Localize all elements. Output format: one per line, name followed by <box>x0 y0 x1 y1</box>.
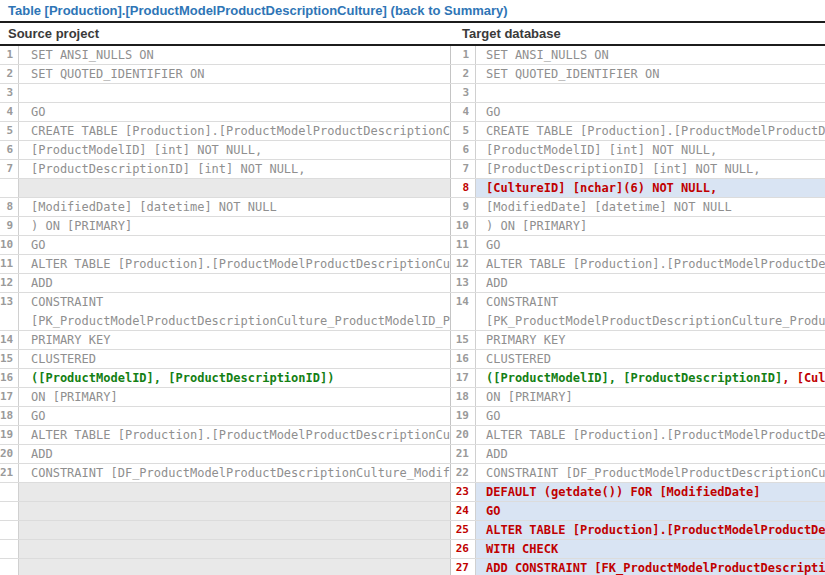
code-line: CONSTRAINT[PK_ProductModelProductDescrip… <box>476 293 825 330</box>
code-line: ALTER TABLE [Production].[ProductModelPr… <box>476 426 825 444</box>
diff-row: 10GO11GO <box>0 236 825 255</box>
line-number: 1 <box>0 46 19 64</box>
code-line: [ModifiedDate] [datetime] NOT NULL <box>19 198 450 216</box>
line-number: 10 <box>0 236 19 254</box>
line-number: 16 <box>450 350 476 368</box>
code-line <box>19 179 450 197</box>
line-number: 19 <box>450 407 476 425</box>
code-line: CLUSTERED <box>476 350 825 368</box>
code-line: GO <box>476 407 825 425</box>
code-line: CONSTRAINT [DF_ProductModelProductDescri… <box>476 464 825 482</box>
diff-row: 18GO19GO <box>0 407 825 426</box>
line-number: 7 <box>450 160 476 178</box>
line-number: 21 <box>450 445 476 463</box>
line-number: 6 <box>450 141 476 159</box>
line-number: 5 <box>450 122 476 140</box>
diff-row: 24GO <box>0 502 825 521</box>
line-number: 17 <box>0 388 19 406</box>
diff-row: 11ALTER TABLE [Production].[ProductModel… <box>0 255 825 274</box>
line-number: 12 <box>450 255 476 273</box>
source-pane-header: Source project <box>0 23 99 44</box>
code-line: [ModifiedDate] [datetime] NOT NULL <box>476 198 825 216</box>
line-number: 5 <box>0 122 19 140</box>
diff-row: 9) ON [PRIMARY]10) ON [PRIMARY] <box>0 217 825 236</box>
diff-row: 17ON [PRIMARY]18ON [PRIMARY] <box>0 388 825 407</box>
line-number: 2 <box>0 65 19 83</box>
code-unchanged-part: ([ProductModelID], [ProductDescriptionID… <box>486 371 782 385</box>
table-title-label: Table [Production].[ProductModelProductD… <box>8 3 387 18</box>
line-number: 24 <box>450 502 476 520</box>
code-line: WITH CHECK <box>476 540 825 558</box>
diff-row: 19ALTER TABLE [Production].[ProductModel… <box>0 426 825 445</box>
diff-row: 7[ProductDescriptionID] [int] NOT NULL,7… <box>0 160 825 179</box>
diff-row: 14PRIMARY KEY15PRIMARY KEY <box>0 331 825 350</box>
diff-row: 8[CultureID] [nchar](6) NOT NULL, <box>0 179 825 198</box>
code-line: ) ON [PRIMARY] <box>476 217 825 235</box>
line-number: 17 <box>450 369 476 387</box>
diff-row: 1SET ANSI_NULLS ON1SET ANSI_NULLS ON <box>0 46 825 65</box>
line-number: 19 <box>0 426 19 444</box>
line-number: 18 <box>450 388 476 406</box>
line-number: 2 <box>450 65 476 83</box>
line-number: 15 <box>450 331 476 349</box>
code-line: GO <box>476 236 825 254</box>
line-number <box>0 483 19 501</box>
code-line <box>19 483 450 501</box>
line-number: 11 <box>450 236 476 254</box>
line-number <box>0 179 19 197</box>
diff-row: 12ADD13ADD <box>0 274 825 293</box>
line-number: 7 <box>0 160 19 178</box>
line-number: 15 <box>0 350 19 368</box>
back-to-summary-link[interactable]: (back to Summary) <box>391 3 508 18</box>
code-line: [ProductDescriptionID] [int] NOT NULL, <box>19 160 450 178</box>
line-number: 20 <box>0 445 19 463</box>
code-line: [ProductModelID] [int] NOT NULL, <box>19 141 450 159</box>
diff-row: 5CREATE TABLE [Production].[ProductModel… <box>0 122 825 141</box>
code-line: GO <box>476 502 825 520</box>
code-line: ALTER TABLE [Production].[ProductModelPr… <box>19 426 450 444</box>
code-line: ADD <box>19 445 450 463</box>
line-number: 18 <box>0 407 19 425</box>
code-line: GO <box>19 407 450 425</box>
code-line: DEFAULT (getdate()) FOR [ModifiedDate] <box>476 483 825 501</box>
code-added-part: , [CultureID]) <box>782 371 825 385</box>
code-line: ([ProductModelID], [ProductDescriptionID… <box>19 369 450 387</box>
code-line: ALTER TABLE [Production].[ProductModelPr… <box>476 255 825 273</box>
diff-row: 25ALTER TABLE [Production].[ProductModel… <box>0 521 825 540</box>
code-line: SET QUOTED_IDENTIFIER ON <box>19 65 450 83</box>
code-line <box>19 521 450 539</box>
line-number: 13 <box>0 293 19 330</box>
diff-row: 23DEFAULT (getdate()) FOR [ModifiedDate] <box>0 483 825 502</box>
code-line: SET QUOTED_IDENTIFIER ON <box>476 65 825 83</box>
code-line <box>19 84 450 102</box>
code-line: ADD <box>476 445 825 463</box>
pane-headers: Source project Target database <box>0 23 825 46</box>
code-line: [ProductDescriptionID] [int] NOT NULL, <box>476 160 825 178</box>
code-line: ON [PRIMARY] <box>476 388 825 406</box>
line-number <box>0 540 19 558</box>
code-line: CREATE TABLE [Production].[ProductModelP… <box>476 122 825 140</box>
code-line: SET ANSI_NULLS ON <box>476 46 825 64</box>
line-number: 12 <box>0 274 19 292</box>
line-number <box>0 502 19 520</box>
code-line: ADD <box>19 274 450 292</box>
code-line: GO <box>19 236 450 254</box>
code-line: PRIMARY KEY <box>476 331 825 349</box>
line-number: 9 <box>450 198 476 216</box>
line-number: 4 <box>450 103 476 121</box>
line-number: 16 <box>0 369 19 387</box>
line-number: 21 <box>0 464 19 482</box>
line-number: 6 <box>0 141 19 159</box>
line-number: 13 <box>450 274 476 292</box>
code-line: ([ProductModelID], [ProductDescriptionID… <box>476 369 825 387</box>
diff-row: 8[ModifiedDate] [datetime] NOT NULL9[Mod… <box>0 198 825 217</box>
line-number: 26 <box>450 540 476 558</box>
line-number: 8 <box>0 198 19 216</box>
diff-row: 20ADD21ADD <box>0 445 825 464</box>
code-line <box>19 540 450 558</box>
line-number: 1 <box>450 46 476 64</box>
line-number: 11 <box>0 255 19 273</box>
line-number: 25 <box>450 521 476 539</box>
code-line: ON [PRIMARY] <box>19 388 450 406</box>
line-number: 14 <box>450 293 476 330</box>
